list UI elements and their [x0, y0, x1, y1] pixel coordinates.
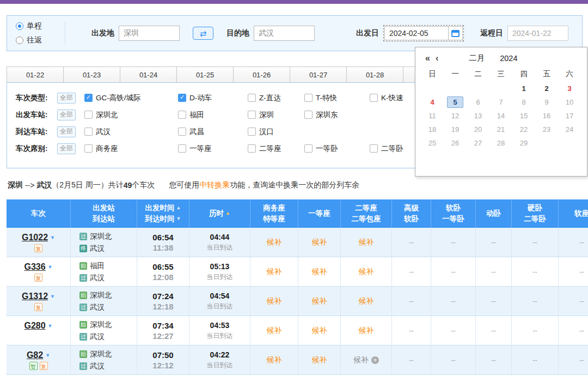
filter-label: 到达车站:: [16, 127, 57, 137]
waitlist-link[interactable]: 候补: [312, 326, 327, 336]
waitlist-link[interactable]: 候补: [312, 267, 327, 277]
expand-caret-icon[interactable]: ▼: [48, 323, 53, 329]
round-trip-radio[interactable]: 往返: [16, 35, 58, 45]
transfer-link[interactable]: 中转换乘: [199, 180, 230, 190]
return-date-input[interactable]: [507, 26, 568, 41]
filter-option[interactable]: 武昌: [178, 127, 248, 137]
calendar-weekday-row: 日 一 二 三 四 五 六: [415, 68, 587, 81]
date-tab[interactable]: 01-28: [346, 66, 403, 83]
depart-date-input[interactable]: [384, 26, 449, 40]
expand-caret-icon[interactable]: ▼: [50, 294, 55, 299]
train-number-link[interactable]: G82: [27, 350, 43, 360]
filter-option[interactable]: 一等座: [178, 144, 248, 154]
waitlist-link[interactable]: 候补: [267, 326, 282, 336]
waitlist-link[interactable]: 候补: [312, 355, 327, 365]
filter-option[interactable]: 武汉: [84, 127, 178, 137]
waitlist-link[interactable]: 候补: [267, 355, 282, 365]
seat-cell-second: 候补: [341, 316, 392, 345]
waitlist-link[interactable]: 候补: [267, 267, 282, 277]
filter-option[interactable]: 深圳东: [304, 110, 370, 120]
filter-option[interactable]: 深圳: [248, 110, 304, 120]
date-tab[interactable]: 01-27: [290, 66, 347, 83]
filter-option[interactable]: 商务座: [84, 144, 178, 154]
filter-option[interactable]: K-快速: [370, 93, 403, 103]
calendar-day[interactable]: 4: [421, 95, 444, 109]
waitlist-link[interactable]: 候补: [353, 355, 369, 365]
sort-active-icon[interactable]: ▲: [225, 210, 230, 217]
waitlist-link[interactable]: 候补: [312, 238, 327, 247]
weekday-label: 日: [421, 68, 444, 81]
stations-cell: 始深圳北 过武汉: [71, 316, 137, 345]
sort-asc-icon[interactable]: ▲: [176, 204, 181, 212]
train-number-link[interactable]: G1022: [22, 233, 48, 242]
train-number-link[interactable]: G336: [24, 262, 45, 272]
summary-to: 武汉: [36, 180, 52, 190]
calendar-day-disabled: 7: [489, 95, 512, 109]
calendar-day-selected[interactable]: 5: [447, 96, 463, 108]
calendar-day-disabled: 26: [444, 136, 467, 150]
from-city-input[interactable]: [119, 26, 180, 41]
filter-option[interactable]: T-特快: [304, 93, 370, 103]
sort-desc-icon[interactable]: ▼: [176, 215, 181, 223]
filter-option[interactable]: 福田: [178, 110, 248, 120]
waitlist-link[interactable]: 候补: [359, 238, 374, 247]
date-tab[interactable]: 01-23: [63, 66, 120, 83]
filter-option[interactable]: 二等座: [248, 144, 304, 154]
seat-cell-motor: --: [476, 287, 512, 316]
calendar-button[interactable]: [449, 26, 463, 40]
calendar-day[interactable]: 1: [512, 82, 535, 95]
no-ticket: --: [491, 238, 496, 246]
seat-cell-soft-seat: --: [559, 345, 588, 374]
prev-year-button[interactable]: «: [425, 54, 430, 63]
radio-unselected-icon: [16, 37, 23, 44]
swap-icon: ⇄: [200, 29, 207, 38]
duration-cell: 04:22当日到达: [189, 345, 250, 374]
seat-cell-soft: --: [431, 316, 476, 345]
date-tab[interactable]: 01-26: [233, 66, 290, 83]
all-button[interactable]: 全部: [57, 126, 76, 137]
arrival-day-note: 当日到达: [207, 243, 233, 252]
seat-cell-first: 候补: [298, 316, 341, 345]
expand-caret-icon[interactable]: ▼: [48, 264, 53, 270]
expand-caret-icon[interactable]: ▼: [50, 235, 55, 240]
col-duration-sortable[interactable]: 历时▲: [189, 199, 250, 228]
train-number-link[interactable]: G1312: [22, 292, 48, 301]
seat-cell-business: 候补: [250, 345, 298, 374]
to-city-input[interactable]: [254, 26, 315, 41]
filter-option[interactable]: 一等卧: [304, 144, 370, 154]
checkbox-icon: [248, 144, 256, 153]
filter-option[interactable]: 汉口: [248, 127, 304, 137]
all-button[interactable]: 全部: [57, 143, 76, 154]
filter-option[interactable]: GC-高铁/城际: [84, 93, 178, 103]
calendar-day[interactable]: 3: [558, 82, 581, 95]
stations-cell: 过深圳北 终武汉: [71, 228, 137, 257]
filter-option[interactable]: 深圳北: [84, 110, 178, 120]
col-times-sortable[interactable]: 出发时间▲ 到达时间▼: [137, 199, 189, 228]
waitlist-link[interactable]: 候补: [267, 296, 282, 306]
swap-cities-button[interactable]: ⇄: [193, 27, 213, 40]
all-button[interactable]: 全部: [57, 93, 76, 104]
one-way-radio[interactable]: 单程: [16, 21, 58, 31]
divider: [65, 22, 65, 45]
start-station-tag: 始: [79, 262, 87, 270]
add-icon[interactable]: +: [371, 356, 379, 364]
filter-option[interactable]: 二等卧: [370, 144, 403, 154]
all-button[interactable]: 全部: [57, 110, 76, 120]
no-ticket: --: [579, 326, 584, 335]
waitlist-link[interactable]: 候补: [359, 326, 374, 336]
date-tab[interactable]: 01-24: [120, 66, 177, 83]
start-station-tag: 始: [79, 321, 87, 329]
date-tab[interactable]: 01-22: [7, 66, 64, 83]
waitlist-link[interactable]: 候补: [312, 296, 327, 306]
calendar-day[interactable]: 2: [535, 82, 558, 95]
train-number-link[interactable]: G280: [24, 321, 45, 331]
filter-option[interactable]: Z-直达: [248, 93, 304, 103]
waitlist-link[interactable]: 候补: [359, 267, 374, 277]
date-tab[interactable]: 01-25: [176, 66, 234, 83]
prev-month-button[interactable]: ‹: [436, 54, 438, 63]
waitlist-link[interactable]: 候补: [267, 238, 282, 247]
expand-caret-icon[interactable]: ▼: [45, 353, 50, 358]
filter-option[interactable]: D-动车: [178, 93, 248, 103]
depart-time: 06:54: [152, 233, 173, 242]
waitlist-link[interactable]: 候补: [359, 296, 374, 306]
